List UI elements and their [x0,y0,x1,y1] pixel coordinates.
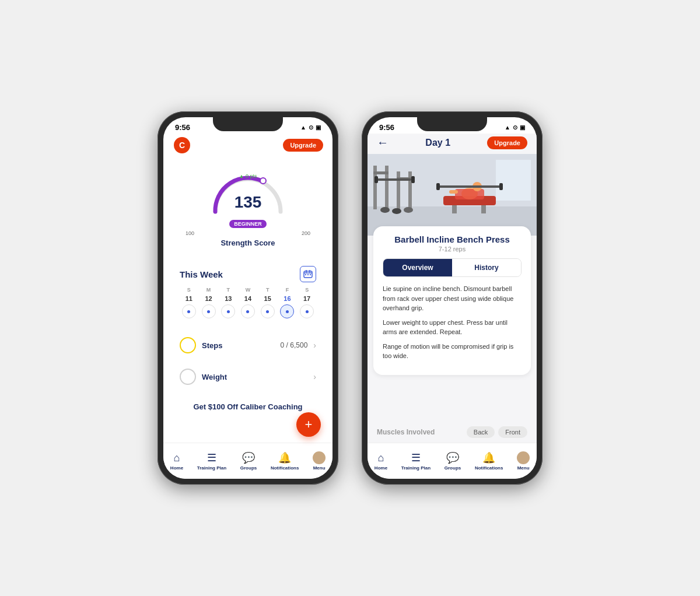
weight-row[interactable]: Weight › [172,363,324,391]
circle-16 [280,304,294,318]
front-muscle-button[interactable]: Front [498,426,527,438]
battery-icon: ▣ [316,124,321,131]
svg-rect-32 [438,185,502,188]
nav-menu-1[interactable]: Menu [313,451,326,471]
desc-2: Lower weight to upper chest. Press bar u… [383,318,522,337]
fab-button[interactable]: + [296,412,321,437]
steps-row[interactable]: Steps 0 / 6,500 › [172,331,324,359]
circle-14 [241,304,255,318]
home-icon-1: ⌂ [174,452,180,464]
circle-13 [221,304,235,318]
nav-notifications-2[interactable]: 🔔 Notifications [475,451,503,471]
back-button[interactable]: ← [377,136,388,149]
svg-rect-21 [411,176,415,183]
dot-15 [266,310,269,313]
steps-icon [180,337,196,353]
svg-rect-27 [481,205,486,213]
exercise-image [368,154,537,236]
nav-menu-label-1: Menu [313,465,326,471]
nav-groups-2[interactable]: 💬 Groups [444,451,461,471]
p2-header: ← Day 1 Upgrade [368,134,537,154]
bell-icon-1: 🔔 [278,451,291,464]
upgrade-button-1[interactable]: Upgrade [283,139,323,152]
date-13: 13 [219,295,237,302]
svg-rect-19 [376,178,411,181]
svg-rect-33 [436,183,440,190]
date-17: 17 [298,295,316,302]
nav-groups-label-1: Groups [240,465,257,471]
svg-point-2 [260,178,266,184]
week-card: This Week [172,260,324,325]
day-m: M [200,287,218,293]
gauge-low: 100 [186,230,194,236]
strength-score-label: Strength Score [180,239,316,247]
gauge-labels: 100 200 [180,230,316,236]
nav-training-2[interactable]: ☰ Training Plan [401,451,430,471]
day-t1: T [219,287,237,293]
home-icon-2: ⌂ [378,452,384,464]
day-t2: T [258,287,277,293]
signal-icon-2: ▲ [505,124,510,131]
exercise-reps: 7-12 reps [383,246,522,253]
notch-2 [417,117,487,131]
muscles-section: Muscles Involved Back Front [368,422,537,443]
strength-card: ▲ 0 pts 135 BEGINNER 100 200 Strength Sc… [172,160,324,254]
muscles-label: Muscles Involved [377,428,435,436]
svg-rect-26 [452,205,457,213]
steps-chevron-icon: › [313,341,316,350]
p1-header: C CALIBER Upgrade [163,134,332,160]
nav-notifications-1[interactable]: 🔔 Notifications [271,451,299,471]
nav-home-1[interactable]: ⌂ Home [170,452,183,471]
nav-groups-label-2: Groups [444,465,461,471]
time-1: 9:56 [175,123,190,132]
phone-1: 9:56 ▲ ⊙ ▣ C CALIBER [158,111,338,485]
desc-1: Lie supine on incline bench. Dismount ba… [383,284,522,313]
svg-rect-30 [449,190,458,194]
svg-rect-9 [310,274,311,275]
status-icons-1: ▲ ⊙ ▣ [300,124,321,131]
avatar-2 [517,451,530,464]
notch [213,117,283,131]
caliber-logo-text: CALIBER [195,139,251,152]
steps-value: 0 / 6,500 [281,341,308,349]
steps-label: Steps [202,341,275,350]
svg-rect-29 [455,189,484,199]
nav-home-label-1: Home [170,465,183,471]
bell-icon-2: 🔔 [482,451,495,464]
nav-notif-label-2: Notifications [475,465,503,471]
day-s2: S [298,287,316,293]
exercise-tabs: Overview History [383,258,522,277]
p2-content: Barbell Incline Bench Press 7-12 reps Ov… [368,154,537,443]
beginner-badge: BEGINNER [229,220,267,228]
svg-point-22 [380,207,390,213]
groups-icon-1: 💬 [242,451,255,464]
nav-training-label-1: Training Plan [197,465,226,471]
week-header: This Week [180,266,316,282]
bottom-nav-2: ⌂ Home ☰ Training Plan 💬 Groups 🔔 Notifi… [368,443,537,479]
training-icon-1: ☰ [207,451,216,464]
date-16: 16 [278,295,297,302]
svg-text:C: C [179,141,185,150]
nav-training-1[interactable]: ☰ Training Plan [197,451,226,471]
wifi-icon-2: ⊙ [513,124,517,131]
svg-point-24 [404,207,413,213]
exercise-description: Lie supine on incline bench. Dismount ba… [383,284,522,361]
tab-overview[interactable]: Overview [383,259,452,276]
weight-chevron-icon: › [313,372,316,381]
nav-menu-2[interactable]: Menu [517,451,530,471]
calendar-icon-button[interactable] [300,266,316,282]
status-icons-2: ▲ ⊙ ▣ [505,124,525,131]
tab-history[interactable]: History [452,259,521,276]
dot-12 [207,310,210,313]
day-w: W [239,287,257,293]
upgrade-button-2[interactable]: Upgrade [487,136,527,149]
weight-label: Weight [202,373,307,381]
nav-groups-1[interactable]: 💬 Groups [240,451,257,471]
back-muscle-button[interactable]: Back [467,426,495,438]
date-12: 12 [200,295,218,302]
svg-rect-8 [307,274,309,275]
svg-rect-20 [374,176,378,183]
nav-notif-label-1: Notifications [271,465,299,471]
circle-11 [182,304,196,318]
nav-home-2[interactable]: ⌂ Home [374,452,387,471]
